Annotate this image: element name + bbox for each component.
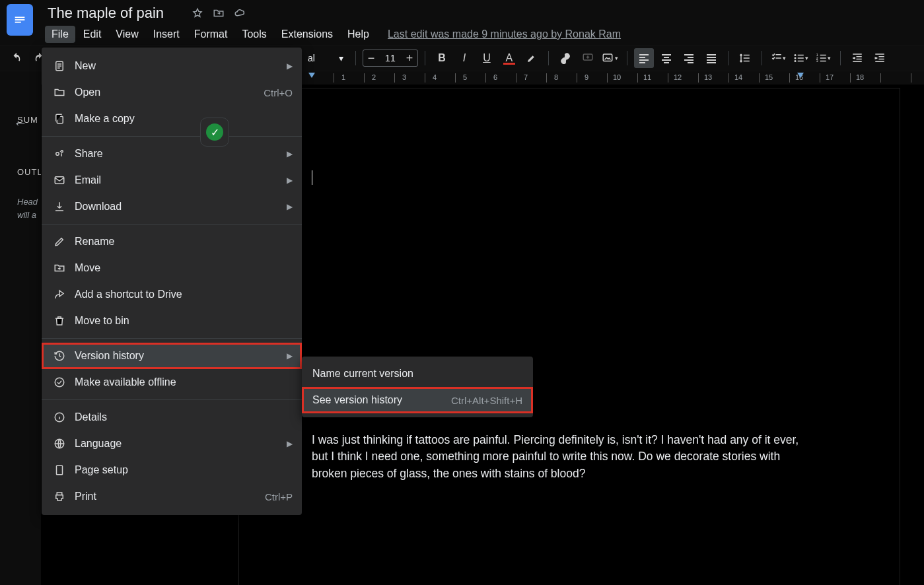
font-size-value[interactable]: 11 [379,53,402,63]
ruler-tick: 3 [402,73,406,81]
file-menu-open[interactable]: OpenCtrl+O [42,79,302,106]
submenu-arrow-icon: ▶ [287,61,293,71]
underline-button[interactable]: U [477,48,497,68]
menu-item-label: Details [75,411,293,423]
ruler-right-marker-icon[interactable] [797,73,804,78]
svg-rect-0 [15,17,25,18]
menubar-format[interactable]: Format [188,26,234,43]
document-page[interactable]: I was just thinking if tattoos are painf… [239,88,900,585]
submenu-arrow-icon: ▶ [287,149,293,158]
menu-item-label: New [75,60,287,72]
font-size-decrease-button[interactable]: − [363,52,379,65]
menubar-edit[interactable]: Edit [77,26,108,43]
align-justify-button[interactable] [701,48,721,68]
file-menu-make-a-copy[interactable]: Make a copy [42,106,302,132]
align-left-button[interactable] [634,48,654,68]
download-icon [51,201,68,213]
menubar: FileEditViewInsertFormatToolsExtensionsH… [45,25,621,44]
font-size-control[interactable]: − 11 + [363,50,418,67]
bold-button[interactable]: B [432,48,452,68]
menubar-insert[interactable]: Insert [147,26,186,43]
highlight-button[interactable] [522,48,542,68]
menu-item-label: Make a copy [75,113,293,125]
file-menu-make-available-offline[interactable]: Make available offline [42,369,302,396]
file-menu-print[interactable]: PrintCtrl+P [42,483,302,510]
move-icon [51,262,68,274]
document-title-input[interactable] [45,3,184,23]
file-menu-page-setup[interactable]: Page setup [42,457,302,483]
insert-link-button[interactable] [555,48,575,68]
file-menu-language[interactable]: Language▶ [42,430,302,457]
file-menu-rename[interactable]: Rename [42,228,302,255]
file-menu-share[interactable]: Share▶ [42,141,302,167]
file-menu-move-to-bin[interactable]: Move to bin [42,308,302,334]
history-icon [51,350,68,362]
line-spacing-button[interactable] [735,48,755,68]
text-color-button[interactable]: A [499,48,519,68]
italic-button[interactable]: I [454,48,474,68]
menu-item-label: Add a shortcut to Drive [75,289,293,300]
submenu-name-current-version[interactable]: Name current version [302,361,533,387]
menu-item-shortcut: Ctrl+O [264,87,293,98]
ruler-tick: 13 [704,73,712,81]
doc-icon [51,60,68,72]
svg-point-7 [795,60,797,62]
menubar-file[interactable]: File [45,26,75,43]
menubar-help[interactable]: Help [341,26,376,43]
svg-rect-19 [57,465,63,475]
ruler-tick: 7 [524,73,528,81]
submenu-arrow-icon: ▶ [287,176,293,185]
cloud-status-icon[interactable] [234,7,246,19]
indent-increase-button[interactable] [870,48,890,68]
document-paragraph[interactable]: I was just thinking if tattoos are painf… [312,432,800,482]
file-menu-move[interactable]: Move [42,255,302,281]
ruler-tick: 9 [585,73,588,81]
bullet-list-button[interactable]: ▾ [791,48,811,68]
menubar-view[interactable]: View [109,26,145,43]
toolbar-separator [728,51,729,65]
menubar-tools[interactable]: Tools [235,26,273,43]
globe-icon [51,438,68,450]
checklist-button[interactable]: ▾ [769,48,789,68]
file-menu-download[interactable]: Download▶ [42,193,302,220]
menu-item-shortcut: Ctrl+Alt+Shift+H [451,395,522,406]
ruler-tick: 18 [856,73,864,81]
file-menu-add-a-shortcut-to-drive[interactable]: Add a shortcut to Drive [42,281,302,308]
move-folder-icon[interactable] [213,7,225,19]
last-edit-link[interactable]: Last edit was made 9 minutes ago by Rona… [388,28,621,40]
align-center-button[interactable] [657,48,676,68]
align-right-button[interactable] [679,48,699,68]
paragraph-style-dropdown[interactable]: al ▾ [302,50,349,67]
font-size-increase-button[interactable]: + [402,52,417,65]
toolbar-separator [627,51,627,65]
numbered-list-button[interactable]: 123▾ [814,48,834,68]
submenu-see-version-history[interactable]: See version historyCtrl+Alt+Shift+H [302,387,533,413]
svg-point-5 [795,54,797,56]
menubar-extensions[interactable]: Extensions [275,26,339,43]
header-bar: FileEditViewInsertFormatToolsExtensionsH… [0,0,924,45]
menu-item-label: Move [75,262,293,274]
mail-icon [51,174,68,186]
file-menu: ✓ New▶OpenCtrl+OMake a copyShare▶Email▶D… [42,48,302,515]
undo-button[interactable] [7,48,26,68]
add-comment-button[interactable] [578,48,598,68]
indent-decrease-button[interactable] [847,48,867,68]
file-menu-version-history[interactable]: Version history▶ [42,343,302,369]
share-icon [51,148,68,160]
outline-back-icon[interactable]: ← [13,115,28,132]
file-menu-new[interactable]: New▶ [42,53,302,79]
svg-rect-1 [15,19,25,20]
file-menu-email[interactable]: Email▶ [42,167,302,193]
file-menu-details[interactable]: Details [42,404,302,430]
docs-logo-icon[interactable] [7,4,33,36]
menu-item-label: Language [75,438,287,450]
ruler-indent-marker-icon[interactable] [308,73,315,78]
submenu-arrow-icon: ▶ [287,351,293,361]
menu-separator [42,224,302,224]
menu-item-label: Email [75,174,287,186]
insert-image-button[interactable]: ▾ [600,48,620,68]
svg-rect-4 [604,54,613,61]
star-icon[interactable] [192,7,203,19]
menu-item-label: Open [75,86,264,98]
left-rail: ← [0,71,41,585]
